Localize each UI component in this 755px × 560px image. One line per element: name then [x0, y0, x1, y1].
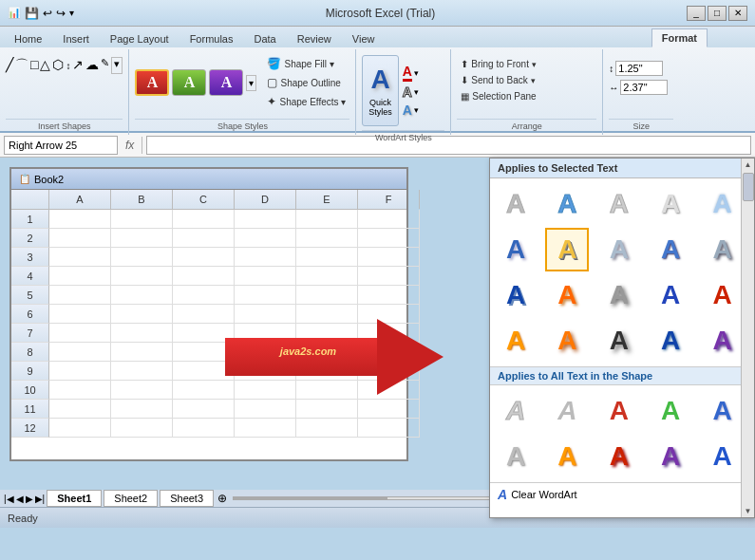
cell[interactable]: [358, 286, 420, 305]
qs-all-item-1[interactable]: A: [494, 389, 538, 433]
cell[interactable]: [296, 419, 358, 438]
cell[interactable]: [173, 267, 235, 286]
cell[interactable]: [358, 267, 420, 286]
cell[interactable]: [358, 210, 420, 229]
shape-more[interactable]: ▾: [111, 57, 123, 74]
qs-item-14[interactable]: A: [649, 273, 692, 317]
cell[interactable]: [49, 210, 111, 229]
bring-front-dropdown[interactable]: ▾: [532, 60, 537, 69]
name-box[interactable]: Right Arrow 25: [4, 136, 118, 155]
cell[interactable]: [49, 286, 111, 305]
qs-item-9[interactable]: A: [649, 228, 692, 271]
qs-all-item-2[interactable]: A: [545, 389, 589, 433]
undo-icon[interactable]: ↩: [43, 7, 52, 20]
cell[interactable]: [235, 286, 296, 305]
col-a[interactable]: A: [49, 190, 111, 209]
cell[interactable]: [49, 248, 111, 267]
qs-all-item-10[interactable]: A: [701, 435, 745, 478]
row-header-3[interactable]: 3: [11, 248, 49, 267]
qs-item-12[interactable]: A: [545, 273, 589, 317]
width-input[interactable]: 2.37": [620, 80, 668, 95]
cell[interactable]: [358, 229, 420, 248]
shape-tool-7[interactable]: ↗: [72, 57, 84, 74]
cell[interactable]: [49, 419, 111, 438]
tab-formulas[interactable]: Formulas: [179, 28, 244, 47]
qs-all-item-9[interactable]: A: [649, 435, 692, 478]
cell[interactable]: [173, 229, 235, 248]
qs-all-item-8[interactable]: A: [597, 435, 641, 478]
qs-all-item-3[interactable]: A: [597, 389, 641, 433]
clear-wordart-button[interactable]: A Clear WordArt: [490, 482, 754, 506]
cell[interactable]: [296, 286, 358, 305]
cell[interactable]: [235, 419, 296, 438]
tab-data[interactable]: Data: [243, 28, 286, 47]
col-e[interactable]: E: [296, 190, 358, 209]
row-header-11[interactable]: 11: [11, 400, 49, 419]
shape-tool-2[interactable]: ⌒: [15, 57, 28, 74]
minimize-button[interactable]: _: [687, 6, 706, 21]
cell[interactable]: java2s.com: [111, 267, 173, 286]
shape-style-purple[interactable]: A: [209, 69, 243, 96]
col-d[interactable]: D: [235, 190, 296, 209]
height-input[interactable]: 1.25": [615, 61, 663, 76]
cell[interactable]: [358, 248, 420, 267]
selection-pane-button[interactable]: ▦ Selection Pane: [457, 89, 596, 103]
cell[interactable]: [235, 400, 296, 419]
cell[interactable]: [173, 419, 235, 438]
scroll-down-arrow[interactable]: ▼: [743, 505, 754, 517]
qs-item-5[interactable]: A: [701, 182, 745, 226]
tab-page-layout[interactable]: Page Layout: [100, 28, 179, 47]
sheet-tab-3[interactable]: Sheet3: [160, 490, 214, 507]
cell[interactable]: [173, 248, 235, 267]
send-back-dropdown[interactable]: ▾: [531, 76, 536, 85]
qs-item-11[interactable]: A: [494, 273, 538, 317]
cell[interactable]: [111, 343, 173, 362]
cell[interactable]: [49, 229, 111, 248]
quick-styles-button[interactable]: A QuickStyles: [362, 55, 399, 126]
shape-effects-button[interactable]: ✦ Shape Effects ▾: [263, 93, 349, 110]
qs-item-16[interactable]: A: [494, 319, 538, 363]
cell[interactable]: [49, 305, 111, 324]
qs-all-item-7[interactable]: A: [545, 435, 589, 478]
tab-home[interactable]: Home: [4, 28, 52, 47]
cell[interactable]: [111, 362, 173, 381]
qs-item-19[interactable]: A: [649, 319, 692, 363]
qs-item-10[interactable]: A: [701, 228, 745, 271]
qs-item-7[interactable]: A: [545, 228, 589, 271]
qs-item-6[interactable]: A: [494, 228, 538, 271]
tab-view[interactable]: View: [342, 28, 386, 47]
close-button[interactable]: ✕: [728, 6, 747, 21]
qs-item-4[interactable]: A: [649, 182, 692, 226]
nav-prev[interactable]: ◀: [16, 494, 24, 504]
cell[interactable]: [49, 267, 111, 286]
tab-insert[interactable]: Insert: [52, 28, 100, 47]
send-to-back-button[interactable]: ⬇ Send to Back ▾: [457, 73, 596, 87]
text-outline-dropdown[interactable]: ▾: [414, 87, 419, 97]
cell[interactable]: [358, 400, 420, 419]
row-header-12[interactable]: 12: [11, 419, 49, 438]
qs-all-item-6[interactable]: A: [494, 435, 538, 478]
row-header-6[interactable]: 6: [11, 305, 49, 324]
cell[interactable]: [111, 419, 173, 438]
qs-all-item-4[interactable]: A: [649, 389, 692, 433]
shape-edit[interactable]: ✎: [101, 57, 109, 74]
cell[interactable]: [296, 248, 358, 267]
row-header-5[interactable]: 5: [11, 286, 49, 305]
shape-tool-5[interactable]: ⬡: [52, 57, 64, 74]
formula-input[interactable]: [146, 136, 751, 155]
bring-to-front-button[interactable]: ⬆ Bring to Front ▾: [457, 57, 596, 71]
shape-style-more[interactable]: ▾: [246, 75, 256, 91]
cell[interactable]: [49, 400, 111, 419]
row-header-7[interactable]: 7: [11, 324, 49, 343]
col-b[interactable]: B: [111, 190, 173, 209]
maximize-button[interactable]: □: [708, 6, 727, 21]
cell[interactable]: [111, 400, 173, 419]
nav-next[interactable]: ▶: [26, 494, 33, 504]
cell[interactable]: [49, 381, 111, 400]
font-color-dropdown[interactable]: ▾: [414, 68, 419, 78]
cell[interactable]: [173, 286, 235, 305]
scroll-up-arrow[interactable]: ▲: [743, 159, 754, 171]
shape-tool-1[interactable]: ╱: [6, 57, 13, 74]
cell[interactable]: [296, 267, 358, 286]
qs-item-3[interactable]: A: [597, 182, 641, 226]
